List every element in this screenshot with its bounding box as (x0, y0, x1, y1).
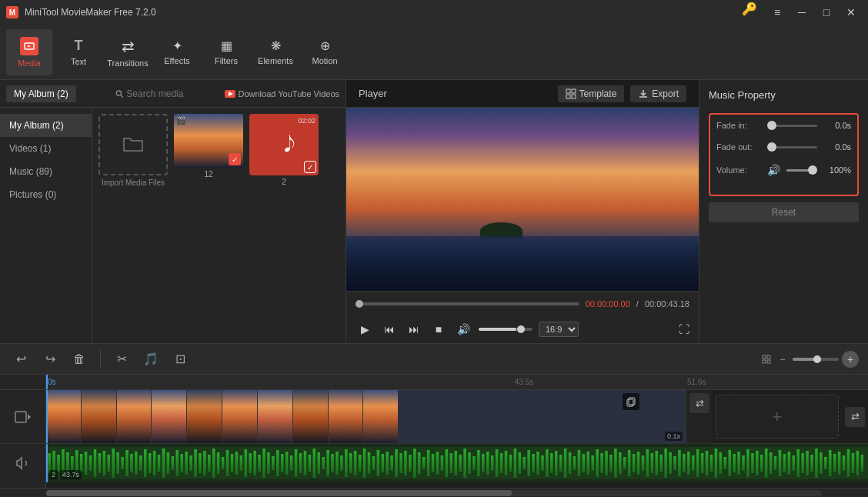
music-label: 2 (249, 178, 319, 186)
svg-rect-23 (71, 456, 74, 470)
toolbar-item-transitions[interactable]: ⇄ Transitions (105, 29, 151, 75)
stop-button[interactable]: ■ (429, 320, 448, 339)
volume-property-slider[interactable] (786, 169, 817, 172)
fullscreen-button[interactable]: ⛶ (679, 323, 689, 335)
transitions-label: Transitions (107, 58, 148, 68)
video-media-item[interactable]: 🎬 ✓ 12 (174, 114, 243, 187)
undo-button[interactable]: ↩ (9, 348, 32, 371)
svg-rect-186 (815, 449, 818, 478)
svg-rect-34 (121, 457, 124, 469)
toolbar-item-motion[interactable]: ⊕ Motion (302, 29, 348, 75)
video-track-body[interactable]: 0.1x (46, 390, 686, 443)
close-button[interactable]: ✕ (840, 2, 862, 23)
svg-rect-70 (285, 452, 289, 475)
sidebar-item-videos[interactable]: Videos (1) (0, 137, 92, 160)
left-panel-header: My Album (2) Download YouTube Videos (0, 80, 346, 108)
ruler-mark-0s: 0s (48, 378, 56, 386)
crop-button[interactable]: ⊡ (169, 348, 192, 371)
ruler-mark-435s: 43.5s (515, 378, 533, 386)
video-replace-button[interactable]: ⇄ (689, 393, 709, 413)
timeline-horizontal-scrollbar[interactable] (46, 490, 822, 496)
toolbar-item-text[interactable]: T Text (55, 29, 102, 75)
toolbar-item-elements[interactable]: ❋ Elements (252, 29, 299, 75)
volume-row: Volume: 🔊 100% (716, 164, 851, 176)
svg-rect-167 (728, 450, 731, 476)
next-button[interactable]: ⏭ (405, 320, 423, 339)
svg-rect-181 (793, 455, 796, 471)
svg-rect-48 (185, 452, 188, 475)
zoom-out-button[interactable]: − (776, 352, 790, 366)
svg-rect-104 (441, 455, 444, 471)
redo-button[interactable]: ↪ (38, 348, 62, 371)
export-button[interactable]: Export (630, 85, 686, 102)
svg-rect-156 (678, 450, 681, 476)
import-box[interactable] (98, 114, 168, 175)
video-add-zone[interactable]: + (716, 395, 839, 439)
sidebar-item-music[interactable]: Music (89) (0, 160, 92, 183)
sidebar-item-pictures[interactable]: Pictures (0) (0, 183, 92, 206)
zoom-slider[interactable] (793, 358, 839, 361)
music-property-title: Music Property (709, 89, 859, 101)
my-album-tab[interactable]: My Album (2) (6, 85, 76, 102)
play-button[interactable]: ▶ (356, 320, 374, 339)
svg-rect-61 (245, 449, 248, 477)
fade-out-slider[interactable] (767, 146, 817, 148)
current-time: 00:00:00.00 (586, 299, 630, 309)
maximize-button[interactable]: □ (816, 2, 837, 23)
volume-slider[interactable] (479, 328, 532, 331)
zoom-in-button[interactable]: + (842, 351, 859, 368)
app-title: MiniTool MovieMaker Free 7.2.0 (25, 7, 156, 18)
playback-slider[interactable] (356, 302, 579, 305)
volume-button[interactable]: 🔊 (454, 320, 472, 339)
svg-rect-28 (94, 449, 97, 477)
video-thumbnail: 🎬 ✓ (174, 114, 243, 168)
video-copy-button[interactable] (623, 393, 639, 410)
fade-in-slider[interactable] (767, 125, 817, 127)
download-youtube-button[interactable]: Download YouTube Videos (219, 89, 346, 98)
toolbar-item-filters[interactable]: ▦ Filters (203, 29, 249, 75)
audio-track-body[interactable]: 2 43.7s (46, 444, 868, 482)
template-button[interactable]: Template (558, 85, 625, 102)
aspect-ratio-select[interactable]: 16:9 4:3 1:1 9:16 (539, 322, 579, 337)
ruler-mark-516s: 51.6s (687, 378, 706, 386)
search-input[interactable] (126, 88, 212, 99)
left-panel-body: My Album (2) Videos (1) Music (89) Pictu… (0, 108, 346, 343)
svg-rect-64 (258, 455, 261, 472)
video-speed-badge: 0.1x (665, 432, 683, 441)
svg-rect-165 (719, 452, 723, 474)
svg-rect-44 (167, 452, 170, 474)
reset-button[interactable]: Reset (709, 202, 859, 222)
toolbar-item-effects[interactable]: ✦ Effects (154, 29, 200, 75)
toolbar-item-media[interactable]: Media (6, 29, 52, 75)
svg-rect-105 (446, 449, 449, 477)
svg-rect-52 (203, 451, 206, 475)
svg-rect-8 (572, 95, 576, 98)
scrollbar-thumb[interactable] (46, 490, 512, 496)
svg-rect-130 (559, 455, 563, 472)
svg-rect-55 (217, 452, 220, 474)
menu-button[interactable]: ≡ (766, 2, 788, 23)
delete-button[interactable]: 🗑 (68, 348, 91, 371)
svg-rect-78 (322, 457, 325, 469)
minimize-button[interactable]: ─ (791, 2, 813, 23)
import-media-item[interactable]: Import Media Files (98, 114, 168, 187)
prev-button[interactable]: ⏮ (380, 320, 399, 339)
cut-button[interactable]: ✂ (110, 348, 133, 371)
video-playhead (46, 390, 48, 443)
add-video-icon: + (773, 407, 783, 427)
main-toolbar: Media T Text ⇄ Transitions ✦ Effects ▦ F… (0, 25, 868, 80)
effects-icon: ✦ (172, 38, 182, 53)
svg-rect-86 (359, 455, 362, 472)
sidebar-item-myalbum[interactable]: My Album (2) (0, 114, 92, 137)
svg-rect-142 (614, 449, 617, 478)
svg-rect-83 (345, 449, 348, 477)
video-add-right-button[interactable]: ⇄ (845, 407, 865, 427)
svg-rect-110 (468, 452, 471, 474)
svg-rect-29 (98, 453, 102, 473)
music-media-item[interactable]: 𝅘𝅥𝅮 02:02 ✓ 2 (249, 114, 319, 187)
video-check-badge: ✓ (229, 153, 241, 165)
copy-icon (626, 397, 636, 407)
motion-label: Motion (312, 56, 337, 65)
svg-rect-179 (783, 454, 786, 472)
audio-detach-button[interactable]: 🎵 (139, 348, 162, 371)
